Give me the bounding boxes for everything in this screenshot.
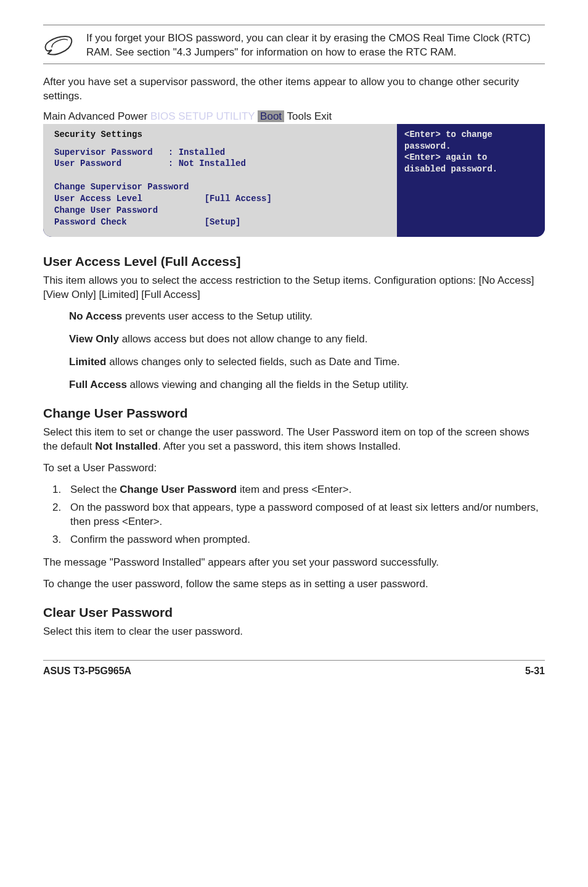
cup-para3: The message "Password Installed" appears…: [43, 556, 545, 570]
cup-para2: To set a User Password:: [43, 461, 545, 476]
note-text: If you forget your BIOS password, you ca…: [86, 30, 545, 60]
change-user-password: Change User Password: [54, 205, 158, 215]
step-2: On the password box that appears, type a…: [64, 501, 545, 529]
help-line-1: <Enter> to change: [404, 129, 537, 141]
access-levels-list: No Access prevents user access to the Se…: [69, 310, 545, 392]
bios-menubar: Main Advanced Power BIOS SETUP UTILITY B…: [43, 110, 545, 124]
set-password-steps: Select the Change User Password item and…: [64, 483, 545, 547]
supervisor-password-label: Supervisor Password: [54, 147, 153, 157]
no-access-bold: No Access: [69, 310, 122, 322]
footer-left: ASUS T3-P5G965A: [43, 664, 131, 678]
limited-bold: Limited: [69, 356, 106, 368]
tab-tools: Tools: [287, 110, 312, 122]
page-footer: ASUS T3-P5G965A 5-31: [43, 660, 545, 678]
tab-advanced: Advanced: [68, 110, 115, 122]
full-access-bold: Full Access: [69, 379, 127, 390]
security-settings-heading: Security Settings: [54, 129, 386, 141]
intro-paragraph: After you have set a supervisor password…: [43, 75, 545, 104]
cup-para4: To change the user password, follow the …: [43, 577, 545, 592]
password-check-label: Password Check: [54, 217, 127, 227]
change-supervisor-password: Change Supervisor Password: [54, 182, 189, 192]
help-line-3: <Enter> again to: [404, 152, 537, 163]
step-3: Confirm the password when prompted.: [64, 533, 545, 547]
tab-main: Main: [43, 110, 66, 122]
user-access-level-label: User Access Level: [54, 194, 142, 204]
help-line-4: disabled password.: [404, 163, 537, 175]
change-user-password-bold: Change User Password: [120, 484, 237, 495]
no-access-text: prevents user access to the Setup utilit…: [122, 310, 312, 322]
change-user-password-heading: Change User Password: [43, 405, 545, 422]
note-block: If you forget your BIOS password, you ca…: [43, 30, 545, 60]
bios-screenshot: Main Advanced Power BIOS SETUP UTILITY B…: [43, 110, 545, 237]
bios-left-panel: Security SettingsSupervisor Password : I…: [43, 124, 397, 237]
footer-right: 5-31: [525, 664, 545, 678]
user-password-label: User Password: [54, 159, 121, 168]
view-only-bold: View Only: [69, 333, 119, 345]
note-icon: [43, 30, 74, 59]
limited-text: allows changes only to selected fields, …: [106, 356, 399, 368]
user-access-level-heading: User Access Level (Full Access]: [43, 253, 545, 270]
cup-para1: Select this item to set or change the us…: [43, 426, 545, 454]
tab-power: Power: [118, 110, 147, 122]
tab-boot: Boot: [258, 110, 284, 122]
clear-user-password-heading: Clear User Password: [43, 604, 545, 621]
clear-user-password-desc: Select this item to clear the user passw…: [43, 625, 545, 639]
help-line-2: password.: [404, 141, 537, 152]
full-access-text: allows viewing and changing all the fiel…: [127, 379, 409, 390]
bios-title: BIOS SETUP UTILITY: [150, 110, 255, 122]
user-password-value: : Not Installed: [168, 159, 246, 168]
password-check-value: [Setup]: [205, 217, 241, 227]
user-access-level-desc: This item allows you to select the acces…: [43, 274, 545, 302]
user-access-level-value: [Full Access]: [205, 194, 272, 204]
view-only-text: allows access but does not allow change …: [119, 333, 368, 345]
tab-exit: Exit: [314, 110, 332, 122]
not-installed-bold: Not Installed: [95, 440, 158, 452]
bios-help-panel: <Enter> to change password. <Enter> agai…: [397, 124, 545, 237]
step-1: Select the Change User Password item and…: [64, 483, 545, 497]
supervisor-password-value: : Installed: [168, 147, 225, 157]
